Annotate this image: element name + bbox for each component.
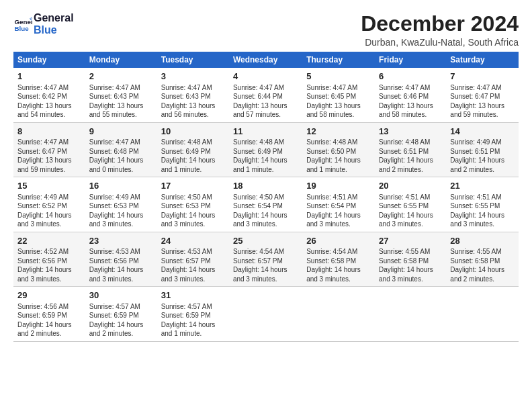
day-info-line: and 1 minute. (161, 329, 225, 338)
header-saturday: Saturday (446, 52, 519, 68)
day-number: 19 (306, 180, 371, 192)
day-number: 7 (450, 71, 515, 83)
day-number: 8 (17, 126, 81, 138)
day-info-line: Sunrise: 4:47 AM (450, 83, 515, 93)
day-info-line: Daylight: 13 hours (161, 101, 225, 111)
day-info-line: and 54 minutes. (17, 110, 81, 120)
day-number: 30 (89, 289, 153, 302)
day-number: 27 (379, 235, 442, 247)
day-info-line: Sunset: 6:49 PM (161, 147, 225, 156)
day-info-line: Sunset: 6:47 PM (17, 147, 81, 156)
calendar-cell: 5Sunrise: 4:47 AMSunset: 6:45 PMDaylight… (302, 68, 375, 122)
day-info-line: Sunset: 6:54 PM (233, 201, 298, 211)
subtitle: Durban, KwaZulu-Natal, South Africa (361, 37, 519, 48)
day-info-line: Sunrise: 4:48 AM (233, 138, 298, 147)
day-info-line: and 3 minutes. (161, 275, 225, 284)
day-info-line: Sunset: 6:42 PM (17, 92, 81, 101)
day-info-line: Sunset: 6:58 PM (306, 257, 371, 266)
day-info-line: and 3 minutes. (450, 220, 515, 229)
day-info-line: Sunset: 6:49 PM (233, 147, 298, 156)
day-info-line: Daylight: 14 hours (233, 156, 298, 165)
day-info-line: Sunrise: 4:53 AM (161, 247, 225, 257)
day-info-line: Daylight: 13 hours (450, 101, 515, 111)
calendar-cell: 11Sunrise: 4:48 AMSunset: 6:49 PMDayligh… (229, 122, 302, 177)
day-info-line: Sunset: 6:44 PM (233, 92, 298, 101)
day-info-line: Daylight: 13 hours (306, 101, 371, 111)
day-number: 17 (161, 180, 225, 192)
day-info-line: Sunrise: 4:47 AM (17, 83, 81, 93)
calendar-cell: 2Sunrise: 4:47 AMSunset: 6:43 PMDaylight… (85, 68, 157, 122)
day-number: 10 (161, 126, 225, 138)
day-info-line: Daylight: 13 hours (379, 101, 442, 111)
day-info-line: and 58 minutes. (379, 110, 442, 120)
day-info-line: and 3 minutes. (161, 220, 225, 229)
calendar-cell: 17Sunrise: 4:50 AMSunset: 6:53 PMDayligh… (157, 177, 229, 232)
day-info-line: Daylight: 14 hours (17, 265, 81, 275)
day-number: 24 (161, 235, 225, 247)
day-info-line: Sunset: 6:51 PM (379, 147, 442, 156)
day-info-line: Daylight: 14 hours (17, 320, 81, 330)
logo-icon: General Blue (13, 15, 32, 34)
day-info-line: Sunset: 6:53 PM (161, 201, 225, 211)
day-info-line: and 3 minutes. (233, 275, 298, 284)
day-number: 5 (306, 71, 371, 83)
day-info-line: Sunrise: 4:50 AM (233, 193, 298, 202)
svg-text:Blue: Blue (14, 24, 29, 32)
day-info-line: and 59 minutes. (17, 165, 81, 175)
day-info-line: Daylight: 14 hours (89, 156, 153, 165)
logo-general: General (34, 12, 74, 24)
calendar-cell (302, 287, 375, 342)
day-info-line: and 3 minutes. (306, 220, 371, 229)
day-info-line: Sunset: 6:46 PM (379, 92, 442, 101)
day-number: 21 (450, 180, 515, 192)
day-info-line: Daylight: 13 hours (89, 101, 153, 111)
day-info-line: Sunset: 6:58 PM (379, 257, 442, 266)
day-info-line: Daylight: 14 hours (450, 211, 515, 220)
day-info-line: Daylight: 14 hours (161, 320, 225, 330)
day-number: 31 (161, 289, 225, 302)
calendar-cell: 30Sunrise: 4:57 AMSunset: 6:59 PMDayligh… (85, 287, 157, 342)
day-info-line: Sunrise: 4:51 AM (379, 193, 442, 202)
calendar-cell: 21Sunrise: 4:51 AMSunset: 6:55 PMDayligh… (446, 177, 519, 232)
day-info-line: Daylight: 14 hours (379, 211, 442, 220)
calendar-cell (446, 287, 519, 342)
day-info-line: Sunrise: 4:47 AM (89, 138, 153, 147)
calendar-cell: 31Sunrise: 4:57 AMSunset: 6:59 PMDayligh… (157, 287, 229, 342)
day-number: 18 (233, 180, 298, 192)
day-info-line: Sunrise: 4:53 AM (89, 247, 153, 257)
day-info-line: Sunrise: 4:47 AM (89, 83, 153, 93)
day-info-line: Sunrise: 4:52 AM (17, 247, 81, 257)
day-info-line: Sunrise: 4:56 AM (17, 302, 81, 312)
day-info-line: Sunrise: 4:49 AM (17, 193, 81, 202)
day-info-line: Daylight: 14 hours (450, 265, 515, 275)
day-info-line: Daylight: 13 hours (233, 101, 298, 111)
calendar-cell: 25Sunrise: 4:54 AMSunset: 6:57 PMDayligh… (229, 232, 302, 287)
day-info-line: Sunrise: 4:55 AM (450, 247, 515, 257)
day-info-line: Sunset: 6:55 PM (379, 201, 442, 211)
week-row-3: 15Sunrise: 4:49 AMSunset: 6:52 PMDayligh… (13, 177, 519, 232)
day-info-line: Sunrise: 4:57 AM (89, 302, 153, 312)
calendar-cell: 29Sunrise: 4:56 AMSunset: 6:59 PMDayligh… (13, 287, 85, 342)
logo: General Blue General Blue (13, 12, 74, 36)
day-info-line: Sunset: 6:59 PM (161, 311, 225, 320)
day-number: 23 (89, 235, 153, 247)
calendar-cell: 15Sunrise: 4:49 AMSunset: 6:52 PMDayligh… (13, 177, 85, 232)
day-info-line: Daylight: 14 hours (17, 211, 81, 220)
day-info-line: Daylight: 14 hours (306, 265, 371, 275)
day-info-line: Sunrise: 4:50 AM (161, 193, 225, 202)
calendar-cell: 19Sunrise: 4:51 AMSunset: 6:54 PMDayligh… (302, 177, 375, 232)
day-info-line: Sunrise: 4:48 AM (379, 138, 442, 147)
calendar-cell: 26Sunrise: 4:54 AMSunset: 6:58 PMDayligh… (302, 232, 375, 287)
day-info-line: Sunset: 6:50 PM (306, 147, 371, 156)
day-info-line: and 3 minutes. (89, 220, 153, 229)
calendar-cell: 3Sunrise: 4:47 AMSunset: 6:43 PMDaylight… (157, 68, 229, 122)
day-number: 13 (379, 126, 442, 138)
calendar-cell: 6Sunrise: 4:47 AMSunset: 6:46 PMDaylight… (375, 68, 446, 122)
day-info-line: Daylight: 14 hours (89, 265, 153, 275)
calendar-cell (375, 287, 446, 342)
day-info-line: Sunrise: 4:49 AM (89, 193, 153, 202)
day-info-line: Daylight: 14 hours (161, 211, 225, 220)
calendar-cell (229, 287, 302, 342)
calendar-cell: 20Sunrise: 4:51 AMSunset: 6:55 PMDayligh… (375, 177, 446, 232)
day-info-line: Sunrise: 4:47 AM (306, 83, 371, 93)
